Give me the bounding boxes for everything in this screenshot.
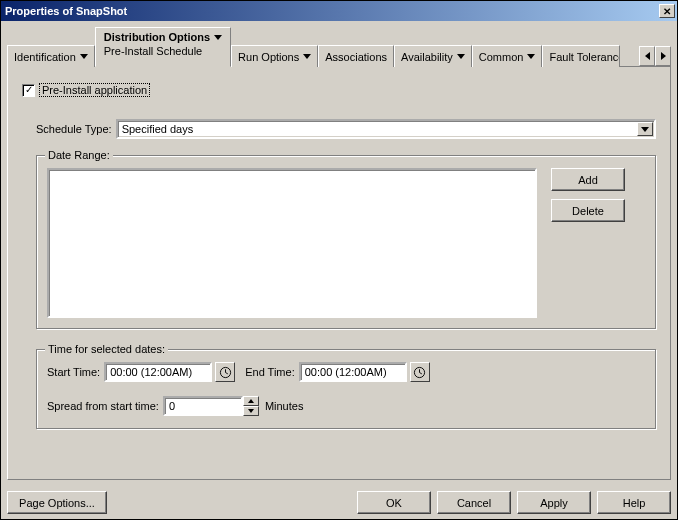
add-button[interactable]: Add — [551, 168, 625, 191]
tab-scroll-arrows — [639, 45, 671, 67]
tab-common[interactable]: Common — [472, 45, 543, 67]
combo-button[interactable] — [637, 122, 653, 136]
schedule-type-value: Specified days — [122, 123, 194, 135]
clock-icon — [219, 366, 232, 379]
start-time-clock-button[interactable] — [215, 362, 235, 382]
help-button[interactable]: Help — [597, 491, 671, 514]
date-range-list[interactable] — [47, 168, 537, 318]
button-label: Cancel — [457, 497, 491, 509]
tab-scroll-left-button[interactable] — [639, 46, 655, 66]
tab-distribution-options[interactable]: Distribution Options Pre-Install Schedul… — [95, 27, 231, 67]
tab-run-options[interactable]: Run Options — [231, 45, 318, 67]
preinstall-label: Pre-Install application — [39, 83, 150, 97]
button-label: OK — [386, 497, 402, 509]
cancel-button[interactable]: Cancel — [437, 491, 511, 514]
button-label: Delete — [572, 205, 604, 217]
preinstall-checkbox[interactable] — [22, 84, 35, 97]
arrow-left-icon — [645, 52, 650, 60]
end-time-label: End Time: — [245, 366, 295, 378]
clock-icon — [413, 366, 426, 379]
date-range-legend: Date Range: — [45, 149, 113, 161]
schedule-type-row: Schedule Type: Specified days — [36, 119, 656, 139]
close-icon[interactable]: ✕ — [659, 4, 675, 18]
start-time-value: 00:00 (12:00AM) — [110, 366, 192, 378]
tab-label: Fault Tolerance — [549, 51, 620, 63]
spread-value: 0 — [169, 400, 175, 412]
titlebar: Properties of SnapShot ✕ — [1, 1, 677, 21]
end-time-field[interactable]: 00:00 (12:00AM) — [299, 362, 407, 382]
tab-scroll-right-button[interactable] — [655, 46, 671, 66]
chevron-down-icon — [303, 54, 311, 59]
spinner-buttons — [243, 396, 259, 416]
svg-line-5 — [420, 372, 422, 373]
chevron-down-icon — [457, 54, 465, 59]
arrow-right-icon — [661, 52, 666, 60]
tab-sublabel: Pre-Install Schedule — [104, 45, 202, 57]
apply-button[interactable]: Apply — [517, 491, 591, 514]
tab-identification[interactable]: Identification — [7, 45, 95, 67]
spread-spinner[interactable]: 0 — [163, 396, 259, 416]
schedule-type-combo[interactable]: Specified days — [116, 119, 656, 139]
button-label: Page Options... — [19, 497, 95, 509]
tab-availability[interactable]: Availability — [394, 45, 472, 67]
tab-label: Identification — [14, 51, 76, 63]
button-label: Apply — [540, 497, 568, 509]
tab-label: Availability — [401, 51, 453, 63]
ok-button[interactable]: OK — [357, 491, 431, 514]
time-legend: Time for selected dates: — [45, 343, 168, 355]
button-label: Add — [578, 174, 598, 186]
start-time-label: Start Time: — [47, 366, 100, 378]
properties-window: Properties of SnapShot ✕ Identification … — [0, 0, 678, 520]
spinner-up-button[interactable] — [243, 396, 259, 406]
spinner-down-button[interactable] — [243, 406, 259, 416]
chevron-down-icon — [527, 54, 535, 59]
tab-label: Run Options — [238, 51, 299, 63]
time-group: Time for selected dates: Start Time: 00:… — [36, 349, 656, 429]
dialog-button-bar: Page Options... OK Cancel Apply Help — [1, 486, 677, 519]
spread-unit: Minutes — [265, 400, 304, 412]
start-time-field[interactable]: 00:00 (12:00AM) — [104, 362, 212, 382]
tab-fault-tolerance[interactable]: Fault Tolerance — [542, 45, 620, 67]
button-label: Help — [623, 497, 646, 509]
end-time-clock-button[interactable] — [410, 362, 430, 382]
page-options-button[interactable]: Page Options... — [7, 491, 107, 514]
svg-line-2 — [225, 372, 227, 373]
spread-label: Spread from start time: — [47, 400, 159, 412]
window-title: Properties of SnapShot — [5, 5, 659, 17]
date-range-group: Date Range: Add Delete — [36, 155, 656, 329]
schedule-type-label: Schedule Type: — [36, 123, 112, 135]
tab-panel: Pre-Install application Schedule Type: S… — [7, 67, 671, 480]
preinstall-row: Pre-Install application — [22, 83, 656, 97]
tab-strip: Identification Distribution Options Pre-… — [7, 27, 671, 67]
client-area: Identification Distribution Options Pre-… — [1, 21, 677, 486]
spread-field[interactable]: 0 — [163, 396, 243, 416]
tab-associations[interactable]: Associations — [318, 45, 394, 67]
tab-label: Distribution Options — [104, 31, 210, 43]
chevron-down-icon — [214, 35, 222, 40]
end-time-value: 00:00 (12:00AM) — [305, 366, 387, 378]
delete-button[interactable]: Delete — [551, 199, 625, 222]
chevron-down-icon — [641, 127, 649, 132]
tab-label: Associations — [325, 51, 387, 63]
tab-label: Common — [479, 51, 524, 63]
chevron-down-icon — [80, 54, 88, 59]
